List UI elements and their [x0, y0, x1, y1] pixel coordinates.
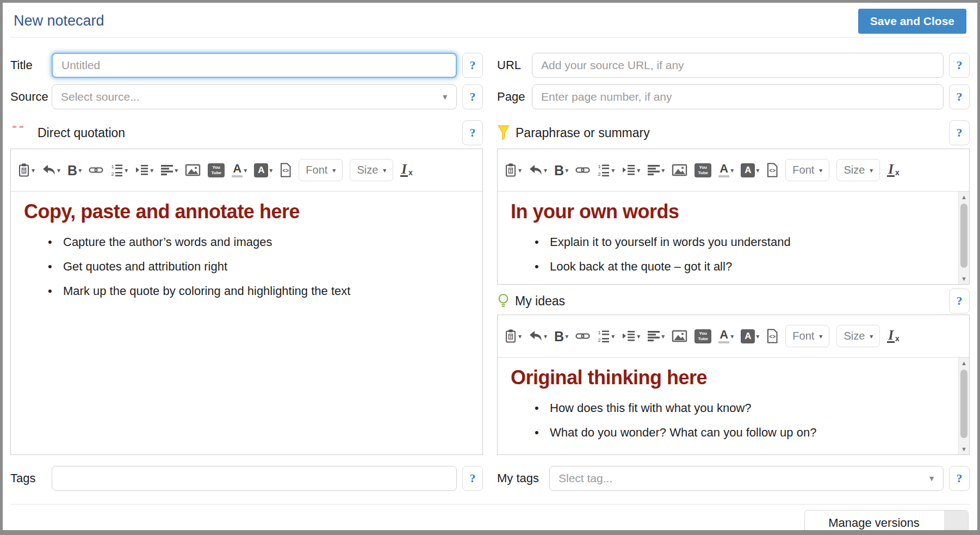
ideas-help-button[interactable]: ?	[949, 288, 970, 313]
scrollbar-thumb[interactable]	[960, 204, 967, 268]
text-color-button[interactable]: A▾	[718, 329, 734, 343]
save-and-close-button[interactable]: Save and Close	[858, 9, 966, 34]
indent-icon	[622, 164, 636, 176]
bold-button[interactable]: B▾	[554, 164, 568, 177]
url-help-button[interactable]: ?	[949, 53, 970, 78]
remove-format-button[interactable]: Ix	[400, 163, 413, 177]
scroll-up-icon[interactable]: ▲	[959, 194, 969, 200]
remove-format-icon: I	[400, 163, 408, 177]
undo-button[interactable]: ▾	[529, 164, 547, 176]
undo-button[interactable]: ▾	[42, 164, 60, 176]
youtube-icon: YouTube	[694, 163, 711, 177]
link-button[interactable]	[575, 165, 590, 175]
editor-heading: Copy, paste and annotate here	[24, 200, 469, 223]
size-dropdown[interactable]: Size▾	[836, 325, 880, 347]
paste-button[interactable]: T ▾	[504, 329, 522, 343]
paste-button[interactable]: T ▾	[17, 163, 35, 177]
image-icon	[672, 164, 687, 176]
page-help-button[interactable]: ?	[949, 84, 970, 109]
bold-button[interactable]: B▾	[67, 164, 82, 177]
youtube-button[interactable]: YouTube	[694, 329, 711, 343]
help-icon: ?	[957, 471, 963, 485]
paraphrase-help-button[interactable]: ?	[949, 120, 970, 145]
quotation-help-button[interactable]: ?	[462, 120, 483, 145]
chevron-down-icon: ▾	[611, 167, 615, 174]
align-button[interactable]: ▾	[647, 164, 665, 176]
image-button[interactable]	[672, 330, 687, 342]
font-dropdown[interactable]: Font▾	[299, 159, 343, 181]
background-color-button[interactable]: A▾	[254, 163, 272, 177]
source-code-button[interactable]: <>	[280, 163, 291, 177]
scroll-down-icon[interactable]: ▼	[959, 275, 969, 282]
source-code-button[interactable]: <>	[766, 163, 778, 177]
section-title: Direct quotation	[38, 126, 462, 140]
scrollbar[interactable]: ▲ ▼	[958, 192, 969, 284]
source-label: Source	[10, 90, 52, 104]
my-tags-label: My tags	[497, 471, 549, 485]
quotation-editor-content[interactable]: Copy, paste and annotate here Capture th…	[11, 192, 482, 454]
bullet-item: Explain it to yourself in words you unde…	[511, 235, 956, 249]
right-column: URL ? Page ? Paraphrase or summary ?	[497, 45, 970, 497]
bold-button[interactable]: B▾	[554, 330, 568, 343]
svg-text:1: 1	[111, 164, 114, 169]
title-label: Title	[10, 58, 52, 72]
chevron-down-icon: ▾	[819, 333, 822, 340]
ideas-editor-content[interactable]: Original thinking here How does this fit…	[498, 358, 969, 454]
scrollbar-thumb[interactable]	[960, 370, 967, 438]
remove-format-button[interactable]: Ix	[887, 329, 900, 343]
align-button[interactable]: ▾	[647, 330, 665, 342]
scroll-up-icon[interactable]: ▲	[959, 360, 969, 366]
paste-button[interactable]: T ▾	[504, 163, 522, 177]
url-input[interactable]	[532, 53, 944, 78]
font-dropdown[interactable]: Font▾	[785, 325, 829, 347]
numbered-list-button[interactable]: 1 2 ▾	[597, 329, 615, 343]
indent-button[interactable]: ▾	[622, 164, 640, 176]
tags-help-button[interactable]: ?	[462, 466, 483, 491]
page-input[interactable]	[532, 84, 944, 109]
source-help-button[interactable]: ?	[462, 84, 483, 109]
link-button[interactable]	[575, 331, 590, 341]
source-select[interactable]: Select source... ▼	[52, 84, 457, 109]
remove-format-button[interactable]: Ix	[887, 163, 900, 177]
scroll-down-icon[interactable]: ▼	[959, 446, 969, 452]
tags-input[interactable]	[52, 466, 457, 491]
svg-text:T: T	[509, 168, 512, 174]
undo-button[interactable]: ▾	[529, 330, 547, 342]
chevron-down-icon: ▾	[870, 333, 873, 340]
my-ideas-header: My ideas ?	[497, 292, 970, 310]
font-dropdown[interactable]: Font▾	[785, 159, 829, 181]
help-icon: ?	[470, 90, 476, 103]
size-dropdown[interactable]: Size▾	[350, 159, 393, 181]
help-icon: ?	[470, 126, 476, 139]
my-tags-help-button[interactable]: ?	[949, 466, 970, 491]
indent-button[interactable]: ▾	[135, 164, 153, 176]
indent-icon	[135, 164, 149, 176]
background-color-button[interactable]: A▾	[741, 329, 759, 343]
image-button[interactable]	[185, 164, 201, 176]
scrollbar[interactable]: ▲ ▼	[958, 358, 969, 454]
chevron-down-icon: ▾	[518, 333, 522, 340]
size-dropdown[interactable]: Size▾	[836, 159, 880, 181]
title-input[interactable]	[52, 53, 457, 78]
indent-button[interactable]: ▾	[622, 330, 640, 342]
manage-versions-button[interactable]: Manage versions	[804, 510, 969, 535]
my-tags-select[interactable]: Slect tag... ▼	[549, 466, 944, 491]
numbered-list-button[interactable]: 1 2 ▾	[597, 163, 615, 177]
title-help-button[interactable]: ?	[462, 53, 483, 78]
help-icon: ?	[470, 58, 476, 72]
paraphrase-editor-content[interactable]: In your own words Explain it to yourself…	[498, 192, 969, 284]
image-button[interactable]	[672, 164, 687, 176]
youtube-button[interactable]: YouTube	[694, 163, 711, 177]
text-color-button[interactable]: A▾	[232, 163, 247, 177]
source-code-button[interactable]: <>	[766, 329, 778, 343]
tags-field-row: Tags ?	[10, 466, 483, 491]
background-color-button[interactable]: A▾	[741, 163, 759, 177]
numbered-list-button[interactable]: 1 2 ▾	[110, 163, 128, 177]
youtube-button[interactable]: YouTube	[208, 163, 225, 177]
numbered-list-icon: 1 2	[597, 329, 610, 343]
link-button[interactable]	[89, 165, 103, 175]
text-color-button[interactable]: A▾	[718, 163, 734, 177]
align-button[interactable]: ▾	[160, 164, 178, 176]
align-icon	[160, 164, 173, 176]
align-icon	[647, 164, 660, 176]
